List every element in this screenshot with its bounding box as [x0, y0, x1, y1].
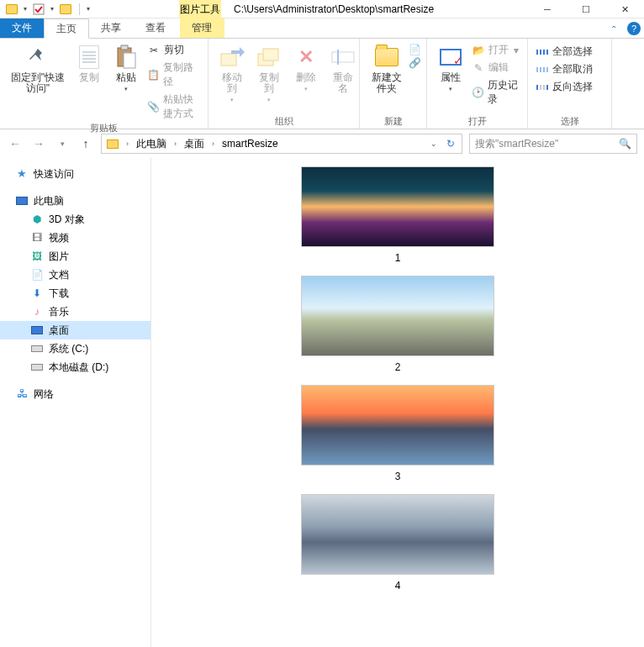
- rename-icon: [330, 44, 356, 71]
- open-icon: 📂: [472, 44, 485, 57]
- folder-icon[interactable]: [5, 3, 18, 16]
- pin-quick-access-button[interactable]: 固定到"快速访问": [5, 40, 71, 94]
- nav-pictures[interactable]: 🖼图片: [0, 247, 150, 266]
- new-folder-icon: [373, 44, 400, 71]
- paste-icon: [113, 44, 140, 71]
- path-icon: 📋: [147, 68, 160, 82]
- collapse-ribbon-button[interactable]: ⌃: [610, 24, 622, 34]
- nav-d-drive[interactable]: 本地磁盘 (D:): [0, 358, 150, 376]
- qat-dropdown-2[interactable]: ▾: [50, 5, 54, 13]
- copy-path-button[interactable]: 📋复制路径: [145, 60, 203, 90]
- nav-c-drive[interactable]: 系统 (C:): [0, 339, 150, 358]
- group-clipboard-label: 剪贴板: [5, 122, 203, 134]
- tab-view[interactable]: 查看: [134, 18, 178, 38]
- refresh-button[interactable]: ↻: [441, 138, 460, 150]
- edit-icon: ✎: [472, 61, 485, 75]
- nav-network[interactable]: 🖧网络: [0, 385, 150, 403]
- select-none-button[interactable]: 全部取消: [533, 61, 595, 77]
- svg-rect-2: [121, 45, 128, 50]
- tab-home[interactable]: 主页: [44, 18, 89, 39]
- edit-button[interactable]: ✎编辑: [469, 60, 522, 76]
- help-button[interactable]: ?: [627, 22, 641, 35]
- tab-manage[interactable]: 管理: [180, 18, 224, 38]
- nav-quick-access[interactable]: ★快速访问: [0, 165, 150, 183]
- copy-button[interactable]: 复制: [71, 40, 108, 83]
- paste-button[interactable]: 粘贴 ▾: [108, 40, 145, 92]
- file-name: 4: [395, 580, 401, 592]
- select-all-icon: [536, 45, 549, 59]
- paste-shortcut-button[interactable]: 📎粘贴快捷方式: [145, 92, 203, 122]
- file-item[interactable]: 4: [301, 494, 494, 592]
- close-button[interactable]: ✕: [605, 0, 644, 18]
- properties-icon: [437, 44, 464, 71]
- shortcut-icon: 📎: [147, 100, 160, 113]
- chevron-right-icon[interactable]: ›: [172, 139, 179, 148]
- chevron-right-icon[interactable]: ›: [209, 139, 217, 148]
- chevron-right-icon[interactable]: ›: [124, 139, 131, 148]
- cube-icon: ⬢: [30, 213, 44, 225]
- nav-tree[interactable]: ★快速访问 此电脑 ⬢3D 对象 🎞视频 🖼图片 📄文档 ⬇下载 ♪音乐 桌面 …: [0, 158, 151, 647]
- file-name: 1: [395, 252, 401, 264]
- window-title: C:\Users\Administrator\Desktop\smartResi…: [234, 0, 434, 18]
- copy-to-button[interactable]: 复制到▾: [251, 40, 288, 103]
- qat-customize[interactable]: ▾: [87, 5, 90, 13]
- thumbnail-image: [301, 494, 494, 575]
- maximize-button[interactable]: ☐: [567, 0, 605, 18]
- search-placeholder: 搜索"smartResize": [475, 137, 558, 151]
- new-item-icon[interactable]: 📄: [409, 44, 421, 55]
- nav-this-pc[interactable]: 此电脑: [0, 192, 150, 210]
- properties-button[interactable]: 属性▾: [432, 40, 469, 92]
- folder-icon-2[interactable]: [59, 3, 72, 16]
- content-pane[interactable]: 1 2 3 4: [151, 158, 644, 647]
- history-button[interactable]: 🕑历史记录: [469, 77, 522, 108]
- nav-desktop[interactable]: 桌面: [0, 321, 150, 339]
- select-all-button[interactable]: 全部选择: [533, 44, 595, 60]
- bc-folder[interactable]: smartResize: [219, 138, 282, 150]
- nav-music[interactable]: ♪音乐: [0, 302, 150, 321]
- rename-button[interactable]: 重命名: [325, 40, 362, 94]
- up-button[interactable]: ↑: [77, 135, 94, 152]
- search-box[interactable]: 搜索"smartResize" 🔍: [469, 134, 637, 154]
- tab-share[interactable]: 共享: [89, 18, 134, 38]
- svg-rect-7: [332, 52, 354, 62]
- folder-icon: [107, 139, 119, 149]
- breadcrumb[interactable]: › 此电脑 › 桌面 › smartResize ⌄ ↻: [101, 134, 462, 154]
- forward-button[interactable]: →: [30, 135, 47, 152]
- nav-videos[interactable]: 🎞视频: [0, 229, 150, 247]
- desktop-icon: [30, 324, 44, 336]
- back-button[interactable]: ←: [7, 135, 24, 152]
- new-folder-button[interactable]: 新建文件夹: [365, 40, 409, 94]
- move-to-button[interactable]: 移动到▾: [214, 40, 251, 103]
- invert-selection-button[interactable]: 反向选择: [533, 79, 595, 95]
- svg-rect-0: [34, 4, 44, 14]
- file-name: 3: [395, 471, 401, 482]
- file-name: 2: [395, 361, 401, 373]
- network-icon: 🖧: [15, 388, 29, 400]
- nav-downloads[interactable]: ⬇下载: [0, 284, 150, 302]
- easy-access-icon[interactable]: 🔗: [409, 57, 421, 69]
- delete-button[interactable]: ✕ 删除▾: [288, 40, 325, 92]
- select-none-icon: [536, 63, 549, 76]
- recent-button[interactable]: ▾: [54, 135, 71, 152]
- qat-dropdown[interactable]: ▾: [24, 5, 27, 13]
- svg-rect-4: [221, 54, 236, 66]
- bc-this-pc[interactable]: 此电脑: [133, 137, 170, 151]
- star-icon: ★: [15, 168, 29, 180]
- file-item[interactable]: 1: [301, 166, 494, 264]
- group-select-label: 选择: [533, 115, 606, 129]
- open-button[interactable]: 📂打开▾: [469, 42, 522, 58]
- svg-rect-3: [124, 53, 135, 68]
- invert-icon: [536, 81, 549, 94]
- dropdown-icon[interactable]: ⌄: [428, 139, 440, 148]
- minimize-button[interactable]: ─: [528, 0, 567, 18]
- bc-desktop[interactable]: 桌面: [181, 137, 208, 151]
- nav-documents[interactable]: 📄文档: [0, 266, 150, 284]
- nav-3d-objects[interactable]: ⬢3D 对象: [0, 210, 150, 229]
- tab-file[interactable]: 文件: [0, 18, 44, 38]
- checkbox-icon[interactable]: [32, 3, 45, 16]
- file-item[interactable]: 2: [301, 276, 494, 373]
- downloads-icon: ⬇: [30, 287, 44, 299]
- cut-button[interactable]: ✂剪切: [145, 42, 203, 58]
- file-item[interactable]: 3: [301, 385, 494, 482]
- disk-icon: [30, 343, 44, 355]
